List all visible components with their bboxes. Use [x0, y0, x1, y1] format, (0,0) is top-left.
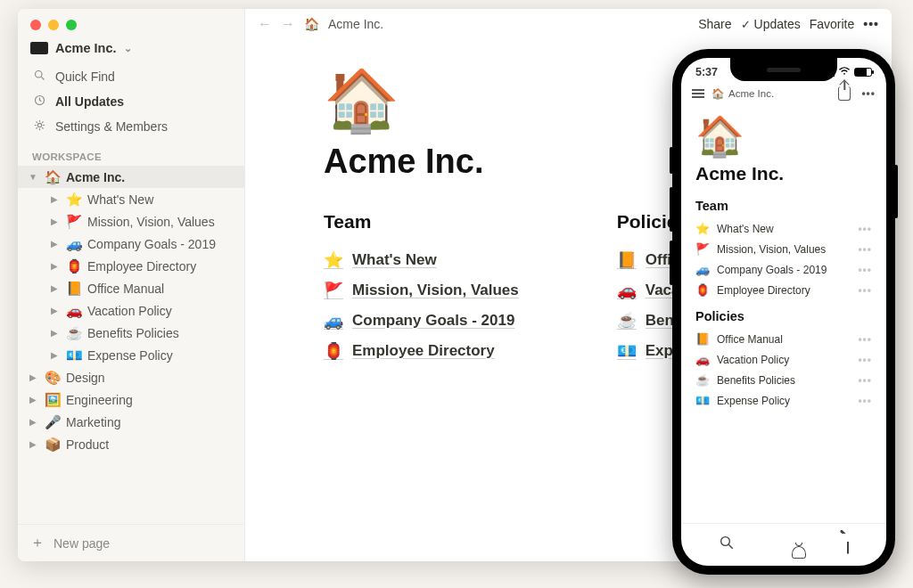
mobile-page-link-what-s-new[interactable]: ⭐What's New•••: [695, 218, 872, 239]
all-updates-label: All Updates: [55, 94, 124, 109]
sidebar-item-mission-vision-values[interactable]: ▶🚩Mission, Vision, Values: [18, 210, 244, 233]
disclosure-triangle-icon[interactable]: ▶: [48, 239, 61, 249]
item-more-icon[interactable]: •••: [858, 395, 872, 407]
sidebar-item-employee-directory[interactable]: ▶🏮Employee Directory: [18, 255, 244, 277]
section-heading[interactable]: Team: [324, 211, 519, 233]
sidebar-item-what-s-new[interactable]: ▶⭐What's New: [18, 188, 244, 210]
mobile-page-title[interactable]: Acme Inc.: [695, 163, 872, 184]
page-emoji-icon: 📦: [45, 437, 61, 453]
mobile-page-link-vacation-policy[interactable]: 🚗Vacation Policy•••: [695, 349, 872, 370]
sidebar-item-product[interactable]: ▶📦Product: [18, 433, 244, 455]
mobile-section-heading[interactable]: Team: [695, 199, 872, 213]
mobile-page-link-company-goals-2019[interactable]: 🚙Company Goals - 2019•••: [695, 259, 872, 280]
battery-icon: [854, 68, 872, 77]
back-button[interactable]: ←: [258, 16, 272, 32]
mobile-page-link-mission-vision-values[interactable]: 🚩Mission, Vision, Values•••: [695, 239, 872, 259]
svg-point-5: [720, 537, 729, 546]
sidebar-item-benefits-policies[interactable]: ▶☕Benefits Policies: [18, 322, 244, 344]
page-emoji-icon: 💶: [66, 347, 82, 363]
mobile-section-heading[interactable]: Policies: [695, 309, 872, 323]
menu-button[interactable]: [692, 89, 704, 98]
favorite-button[interactable]: Favorite: [810, 17, 855, 31]
disclosure-triangle-icon[interactable]: ▶: [48, 283, 61, 293]
disclosure-triangle-icon[interactable]: ▶: [48, 350, 61, 360]
fullscreen-window-button[interactable]: [66, 20, 77, 30]
workspace-section-label: WORKSPACE: [18, 139, 244, 166]
sidebar-item-label: What's New: [87, 192, 235, 207]
share-icon[interactable]: [838, 86, 851, 101]
mobile-device-frame: 5:37 🏠 Acme Inc. •••: [672, 49, 895, 575]
disclosure-triangle-icon[interactable]: ▶: [48, 306, 61, 315]
sidebar-item-expense-policy[interactable]: ▶💶Expense Policy: [18, 344, 244, 366]
page-link-what-s-new[interactable]: ⭐What's New: [324, 245, 519, 275]
page-emoji-icon: 🏮: [66, 258, 82, 274]
sidebar-item-acme-inc-[interactable]: ▼🏠Acme Inc.: [18, 166, 244, 188]
page-link-label: What's New: [352, 251, 437, 269]
item-more-icon[interactable]: •••: [858, 333, 872, 346]
page-emoji-icon: ☕: [66, 325, 82, 341]
forward-button[interactable]: →: [281, 16, 295, 32]
mobile-tab-bar: [681, 523, 886, 566]
more-menu-button[interactable]: •••: [863, 17, 879, 31]
compose-tab[interactable]: [847, 535, 849, 554]
disclosure-triangle-icon[interactable]: ▶: [27, 417, 39, 427]
top-bar: ← → 🏠 Acme Inc. Share ✓ Updates Favorite…: [245, 9, 892, 39]
page-link-mission-vision-values[interactable]: 🚩Mission, Vision, Values: [324, 275, 519, 306]
disclosure-triangle-icon[interactable]: ▶: [27, 372, 39, 382]
disclosure-triangle-icon[interactable]: ▶: [48, 194, 61, 204]
svg-point-4: [843, 73, 845, 75]
item-more-icon[interactable]: •••: [858, 354, 872, 366]
svg-point-3: [37, 123, 41, 127]
checkmark-icon: ✓: [741, 18, 751, 31]
sidebar-item-engineering[interactable]: ▶🖼️Engineering: [18, 388, 244, 411]
sidebar-item-label: Mission, Vision, Values: [87, 215, 235, 229]
sidebar-item-company-goals-2019[interactable]: ▶🚙Company Goals - 2019: [18, 233, 244, 255]
quick-find-button[interactable]: Quick Find: [18, 64, 244, 89]
more-menu-button[interactable]: •••: [861, 87, 876, 100]
sidebar-item-vacation-policy[interactable]: ▶🚗Vacation Policy: [18, 299, 244, 322]
page-emoji-icon: ⭐: [66, 192, 82, 208]
mobile-page-icon[interactable]: 🏠: [695, 117, 872, 156]
mobile-page-link-expense-policy[interactable]: 💶Expense Policy•••: [695, 390, 872, 411]
workspace-switcher[interactable]: Acme Inc. ⌄: [18, 37, 244, 64]
disclosure-triangle-icon[interactable]: ▼: [27, 172, 39, 182]
mobile-page-link-office-manual[interactable]: 📙Office Manual•••: [695, 329, 872, 349]
updates-button[interactable]: ✓ Updates: [741, 17, 801, 31]
share-button[interactable]: Share: [698, 17, 731, 31]
plus-icon: ＋: [30, 534, 45, 552]
minimize-window-button[interactable]: [48, 20, 59, 30]
disclosure-triangle-icon[interactable]: ▶: [48, 261, 61, 271]
settings-members-button[interactable]: Settings & Members: [18, 114, 244, 139]
item-more-icon[interactable]: •••: [858, 243, 872, 256]
sidebar-item-design[interactable]: ▶🎨Design: [18, 366, 244, 388]
mobile-page-link-benefits-policies[interactable]: ☕Benefits Policies•••: [695, 370, 872, 390]
sidebar-item-label: Product: [66, 437, 235, 452]
mobile-page-link-label: What's New: [717, 223, 774, 235]
page-link-label: Mission, Vision, Values: [352, 282, 519, 299]
disclosure-triangle-icon[interactable]: ▶: [27, 439, 39, 449]
disclosure-triangle-icon[interactable]: ▶: [48, 216, 61, 226]
disclosure-triangle-icon[interactable]: ▶: [48, 328, 61, 338]
item-more-icon[interactable]: •••: [858, 284, 872, 297]
unfold-icon: ⌄: [124, 43, 132, 54]
sidebar-item-label: Expense Policy: [87, 348, 235, 363]
breadcrumb[interactable]: Acme Inc.: [328, 17, 383, 31]
sidebar-item-marketing[interactable]: ▶🎤Marketing: [18, 411, 244, 433]
new-page-button[interactable]: ＋ New page: [18, 524, 244, 561]
all-updates-button[interactable]: All Updates: [18, 89, 244, 114]
sidebar-item-office-manual[interactable]: ▶📙Office Manual: [18, 277, 244, 299]
search-tab[interactable]: [719, 535, 735, 555]
mobile-page-content: 🏠 Acme Inc. Team⭐What's New•••🚩Mission, …: [681, 106, 886, 523]
mobile-breadcrumb[interactable]: 🏠 Acme Inc.: [711, 87, 774, 100]
page-link-company-goals-2019[interactable]: 🚙Company Goals - 2019: [324, 306, 519, 336]
page-emoji-icon: ☕: [617, 311, 637, 331]
page-tree: ▼🏠Acme Inc.▶⭐What's New▶🚩Mission, Vision…: [18, 166, 244, 455]
wifi-icon: [838, 66, 851, 78]
disclosure-triangle-icon[interactable]: ▶: [27, 395, 39, 404]
mobile-page-link-employee-directory[interactable]: 🏮Employee Directory•••: [695, 280, 872, 300]
close-window-button[interactable]: [30, 20, 41, 30]
item-more-icon[interactable]: •••: [858, 223, 872, 235]
page-link-employee-directory[interactable]: 🏮Employee Directory: [324, 336, 519, 366]
item-more-icon[interactable]: •••: [858, 264, 872, 276]
item-more-icon[interactable]: •••: [858, 374, 872, 387]
